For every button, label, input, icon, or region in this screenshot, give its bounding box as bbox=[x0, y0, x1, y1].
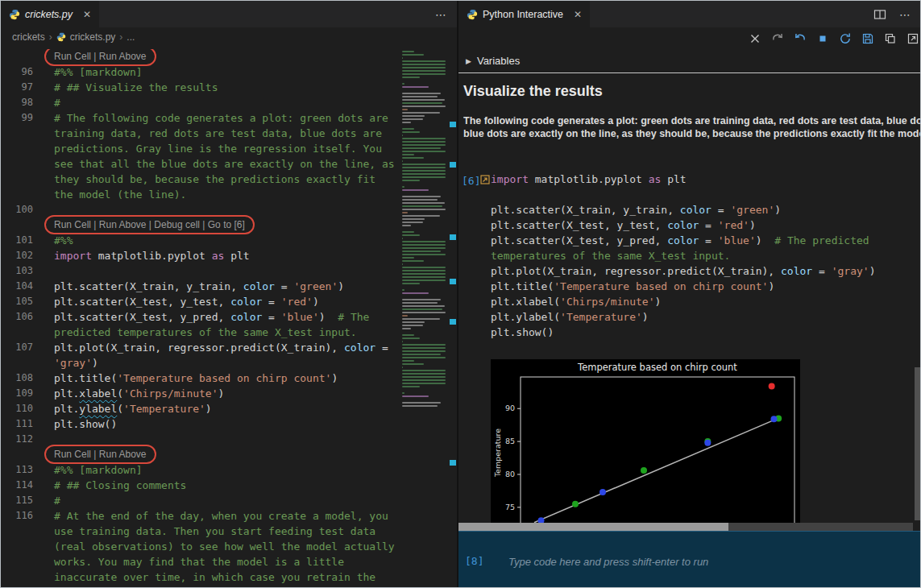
chevron-right-icon: ▶ bbox=[466, 57, 471, 65]
line-number: 96 bbox=[1, 64, 33, 80]
code-line[interactable]: plt.scatter(X_test, y_test, color = 'red… bbox=[491, 217, 910, 233]
code-line[interactable]: 97# ## Visualize the results bbox=[1, 80, 400, 95]
line-number: 113 bbox=[1, 462, 33, 478]
code-line[interactable]: plt.scatter(X_train, y_train, color = 'g… bbox=[491, 202, 910, 217]
breadcrumb-item-folder[interactable]: crickets bbox=[12, 31, 45, 43]
editor-lines[interactable]: Run Cell | Run Above96#%% [markdown]97# … bbox=[1, 49, 400, 585]
copy-icon[interactable] bbox=[884, 32, 897, 45]
code-line[interactable]: 96#%% [markdown] bbox=[1, 64, 400, 80]
code-line[interactable]: 101#%% bbox=[1, 233, 400, 248]
code-line[interactable]: 99# The following code generates a plot:… bbox=[1, 110, 400, 126]
code-line[interactable]: works. You may find that the model is a … bbox=[1, 554, 400, 569]
code-line[interactable]: plt.scatter(X_test, y_pred, color = 'blu… bbox=[491, 233, 910, 248]
code-line[interactable]: inaccurate over time, in which case you … bbox=[1, 569, 400, 585]
interactive-tab-bar: Python Interactive ✕ ⋯ bbox=[458, 1, 921, 27]
code-line[interactable]: 98# bbox=[1, 95, 400, 110]
code-line[interactable]: predicted temperatures of the same X_tes… bbox=[1, 325, 400, 340]
code-line[interactable]: plt.plot(X_train, regressor.predict(X_tr… bbox=[491, 263, 910, 279]
breadcrumb-separator: › bbox=[49, 31, 52, 43]
code-line[interactable]: Run Cell | Run Above | Debug cell | Go t… bbox=[1, 217, 400, 233]
code-line[interactable]: the model (the line). bbox=[1, 187, 400, 202]
code-line[interactable]: temperatures of the same X_test input. bbox=[491, 248, 910, 263]
save-as-notebook-icon[interactable] bbox=[861, 32, 874, 45]
code-line[interactable]: 110plt.ylabel('Temperature') bbox=[1, 401, 400, 416]
code-line[interactable]: (real observations) to see how well the … bbox=[1, 539, 400, 554]
code-line[interactable]: 104plt.scatter(X_train, y_train, color =… bbox=[1, 279, 400, 294]
svg-text:75: 75 bbox=[505, 503, 515, 511]
python-interactive-icon bbox=[467, 9, 478, 20]
line-number bbox=[1, 141, 33, 156]
restart-kernel-icon[interactable] bbox=[839, 32, 852, 45]
line-number bbox=[1, 187, 33, 202]
interrupt-kernel-icon[interactable] bbox=[816, 32, 829, 45]
code-line[interactable]: 114# ## Closing comments bbox=[1, 478, 400, 493]
line-number bbox=[1, 524, 33, 539]
code-input-area[interactable]: [8] Type code here and press shift-enter… bbox=[458, 531, 921, 587]
code-line[interactable]: plt.show() bbox=[491, 325, 910, 340]
horizontal-scrollbar-thumb[interactable] bbox=[458, 523, 728, 531]
variables-section-header[interactable]: ▶ Variables bbox=[458, 49, 921, 73]
svg-text:85: 85 bbox=[505, 437, 515, 445]
code-line[interactable]: 107plt.plot(X_train, regressor.predict(X… bbox=[1, 340, 400, 355]
line-number bbox=[1, 156, 33, 172]
undo-icon[interactable] bbox=[794, 32, 807, 45]
variables-label: Variables bbox=[477, 55, 520, 67]
input-execution-count: [8] bbox=[465, 555, 483, 567]
editor-pane: crickets.py ✕ ⋯ crickets › crickets.py ›… bbox=[1, 1, 457, 587]
line-number: 115 bbox=[1, 493, 33, 508]
clear-results-icon[interactable] bbox=[749, 32, 761, 45]
split-editor-icon[interactable] bbox=[873, 8, 886, 21]
code-line[interactable]: plt.title('Temperature based on chirp co… bbox=[491, 279, 910, 294]
code-lens[interactable]: Run Cell | Run Above | Debug cell | Go t… bbox=[44, 215, 255, 234]
redo-icon[interactable] bbox=[771, 32, 784, 45]
code-line[interactable]: use training data. Then you start feedin… bbox=[1, 524, 400, 539]
overview-ruler[interactable] bbox=[449, 47, 457, 587]
code-line[interactable]: they should be, because the predictions … bbox=[1, 172, 400, 187]
code-lens[interactable]: Run Cell | Run Above bbox=[44, 445, 156, 464]
code-line[interactable]: plt.xlabel('Chirps/minute') bbox=[491, 294, 910, 309]
code-line[interactable]: 115# bbox=[1, 493, 400, 508]
code-line[interactable] bbox=[491, 187, 910, 202]
code-line[interactable]: 106plt.scatter(X_test, y_pred, color = '… bbox=[1, 309, 400, 325]
code-line[interactable]: 103 bbox=[1, 263, 400, 279]
close-tab-icon[interactable]: ✕ bbox=[574, 9, 582, 20]
code-line[interactable]: 'gray') bbox=[1, 355, 400, 371]
export-icon[interactable] bbox=[906, 32, 919, 45]
code-line[interactable]: 111plt.show() bbox=[1, 416, 400, 432]
code-editor[interactable]: Run Cell | Run Above96#%% [markdown]97# … bbox=[1, 47, 457, 587]
line-number: 107 bbox=[1, 340, 33, 355]
line-number: 103 bbox=[1, 263, 33, 279]
code-line[interactable]: see that all the blue dots are exactly o… bbox=[1, 156, 400, 172]
line-number bbox=[1, 355, 33, 371]
code-line[interactable]: predictions. Gray line is the regression… bbox=[1, 141, 400, 156]
code-line[interactable]: import matplotlib.pyplot as plt bbox=[491, 172, 910, 187]
goto-cell-icon[interactable] bbox=[480, 173, 490, 188]
vertical-scrollbar-thumb[interactable] bbox=[915, 367, 920, 520]
overview-marker bbox=[450, 460, 456, 466]
code-line[interactable]: 113#%% [markdown] bbox=[1, 462, 400, 478]
tab-python-interactive[interactable]: Python Interactive ✕ bbox=[458, 1, 590, 27]
minimap[interactable] bbox=[402, 51, 447, 407]
code-line[interactable]: 116# At the end of the day, when you cre… bbox=[1, 508, 400, 524]
code-line[interactable]: Run Cell | Run Above bbox=[1, 49, 400, 64]
horizontal-scrollbar[interactable] bbox=[458, 523, 913, 531]
close-tab-icon[interactable]: ✕ bbox=[83, 9, 91, 20]
code-line[interactable]: 105plt.scatter(X_test, y_test, color = '… bbox=[1, 294, 400, 309]
breadcrumb-item-symbol[interactable]: ... bbox=[127, 31, 135, 43]
editor-more-actions-icon[interactable]: ⋯ bbox=[435, 8, 447, 21]
markdown-heading: Visualize the results bbox=[463, 83, 603, 100]
code-line[interactable]: Run Cell | Run Above bbox=[1, 447, 400, 462]
panel-more-actions-icon[interactable]: ⋯ bbox=[899, 8, 911, 21]
code-line[interactable]: 102import matplotlib.pyplot as plt bbox=[1, 248, 400, 263]
code-lens[interactable]: Run Cell | Run Above bbox=[44, 49, 156, 66]
code-line[interactable]: 108plt.title('Temperature based on chirp… bbox=[1, 371, 400, 386]
vertical-scrollbar[interactable] bbox=[913, 49, 921, 529]
python-file-icon bbox=[56, 32, 66, 42]
breadcrumb-item-file[interactable]: crickets.py bbox=[70, 31, 116, 43]
overview-marker bbox=[450, 279, 456, 284]
tab-crickets-py[interactable]: crickets.py ✕ bbox=[1, 1, 99, 27]
code-line[interactable]: 109plt.xlabel('Chirps/minute') bbox=[1, 386, 400, 401]
code-line[interactable]: plt.ylabel('Temperature') bbox=[491, 309, 910, 325]
code-line[interactable]: training data, red dots are test data, b… bbox=[1, 126, 400, 141]
cell-code[interactable]: import matplotlib.pyplot as pltplt.scatt… bbox=[491, 172, 910, 340]
